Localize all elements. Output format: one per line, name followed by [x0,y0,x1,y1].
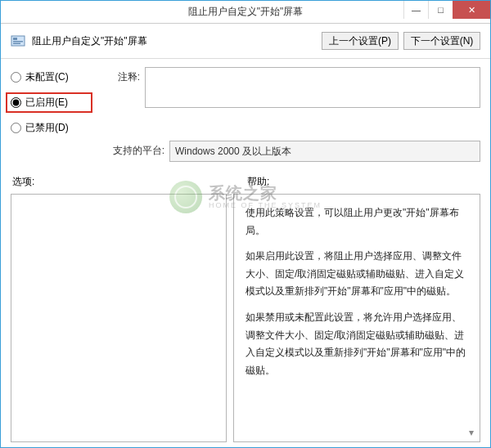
radio-enabled-input[interactable] [11,97,21,108]
radio-enabled[interactable]: 已启用(E) [6,92,92,113]
platform-label: 支持的平台: [99,141,164,158]
svg-rect-3 [13,43,20,45]
radio-not-configured-label: 未配置(C) [25,70,69,84]
close-button[interactable]: ✕ [453,1,490,19]
header-bar: 阻止用户自定义"开始"屏幕 上一个设置(P) 下一个设置(N) [1,24,490,59]
window-title: 阻止用户自定义"开始"屏幕 [188,5,304,19]
panes: 使用此策略设置，可以阻止用户更改"开始"屏幕布局。 如果启用此设置，将阻止用户选… [11,194,480,442]
radio-not-configured[interactable]: 未配置(C) [11,70,92,84]
options-pane[interactable] [11,194,227,442]
minimize-button[interactable]: — [403,1,428,19]
help-paragraph: 如果禁用或未配置此设置，将允许用户选择应用、调整文件大小、固定/取消固定磁贴或辅… [246,309,468,379]
supported-platform-field: Windows 2000 及以上版本 [169,141,480,162]
svg-rect-1 [13,38,17,40]
svg-rect-2 [13,41,23,43]
comment-label: 注释: [99,67,140,84]
policy-icon [11,34,25,48]
help-label: 帮助: [246,175,480,189]
right-column: 注释: 支持的平台: Windows 2000 及以上版本 [99,67,480,162]
radio-disabled-label: 已禁用(D) [25,121,69,135]
nav-buttons: 上一个设置(P) 下一个设置(N) [322,32,480,50]
help-paragraph: 如果启用此设置，将阻止用户选择应用、调整文件大小、固定/取消固定磁贴或辅助磁贴、… [246,248,468,301]
titlebar: 阻止用户自定义"开始"屏幕 — □ ✕ [1,1,490,24]
window-controls: — □ ✕ [403,1,490,19]
scroll-arrow-icon[interactable]: ▾ [465,427,478,440]
maximize-button[interactable]: □ [428,1,453,19]
help-pane[interactable]: 使用此策略设置，可以阻止用户更改"开始"屏幕布局。 如果启用此设置，将阻止用户选… [233,194,480,442]
section-labels: 选项: 帮助: [11,175,480,189]
header-caption: 阻止用户自定义"开始"屏幕 [32,34,315,48]
help-paragraph: 使用此策略设置，可以阻止用户更改"开始"屏幕布局。 [246,204,468,240]
options-label: 选项: [11,175,246,189]
config-row: 未配置(C) 已启用(E) 已禁用(D) 注释: 支持的平台: [11,67,480,162]
state-radios: 未配置(C) 已启用(E) 已禁用(D) [11,67,92,135]
radio-disabled-input[interactable] [11,123,21,133]
comment-input[interactable] [145,67,480,108]
next-setting-button[interactable]: 下一个设置(N) [403,32,480,50]
radio-disabled[interactable]: 已禁用(D) [11,121,92,135]
comment-line: 注释: [99,67,480,108]
radio-enabled-label: 已启用(E) [25,96,68,110]
policy-editor-window: 阻止用户自定义"开始"屏幕 — □ ✕ 阻止用户自定义"开始"屏幕 上一个设置(… [0,0,491,448]
dialog-body: 未配置(C) 已启用(E) 已禁用(D) 注释: 支持的平台: [1,59,490,447]
radio-not-configured-input[interactable] [11,72,21,83]
platform-line: 支持的平台: Windows 2000 及以上版本 [99,141,480,162]
previous-setting-button[interactable]: 上一个设置(P) [322,32,399,50]
